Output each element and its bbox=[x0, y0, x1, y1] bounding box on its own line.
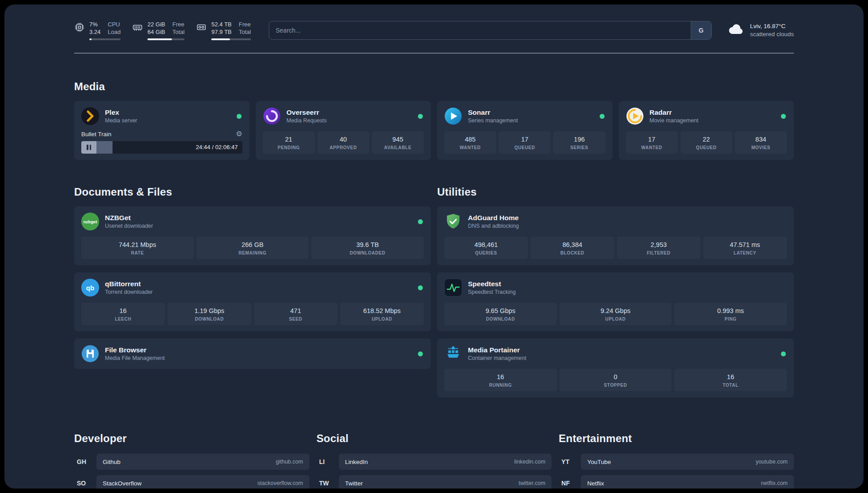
service-card-radarr[interactable]: Radarr Movie management 17 WANTED 22 QUE… bbox=[619, 101, 794, 160]
stat-total: 16 TOTAL bbox=[674, 369, 787, 391]
bookmark-github: GH Github github.com bbox=[74, 454, 309, 470]
memory-progress-fill bbox=[147, 38, 172, 40]
memory-label-1: Free bbox=[172, 21, 184, 28]
service-name: Media Portainer bbox=[468, 346, 775, 355]
status-dot bbox=[781, 351, 786, 356]
service-name: Plex bbox=[105, 108, 231, 117]
status-dot bbox=[418, 114, 423, 119]
disk-widget: 52.4 TB 97.9 TB Free Total bbox=[196, 21, 251, 40]
stat-stopped: 0 STOPPED bbox=[559, 369, 672, 391]
weather-widget[interactable]: Lviv, 16.87°C scattered clouds bbox=[728, 22, 794, 38]
status-dot bbox=[600, 114, 605, 119]
section-title-developer: Developer bbox=[74, 432, 309, 445]
overseerr-icon bbox=[263, 107, 281, 125]
cpu-label-2: Load bbox=[108, 28, 121, 36]
stat-pending: 21 PENDING bbox=[263, 131, 315, 154]
section-title-social: Social bbox=[317, 432, 552, 445]
adguard-icon bbox=[444, 213, 462, 230]
cpu-usage-value: 7% bbox=[89, 21, 100, 28]
service-card-portainer[interactable]: Media Portainer Container management 16 … bbox=[437, 338, 794, 397]
stat-rate: 744.21 Mbps RATE bbox=[81, 237, 194, 259]
bookmark-abbr: GH bbox=[74, 458, 96, 465]
stat-wanted: 17 WANTED bbox=[626, 131, 678, 154]
nzbget-icon: nzbget bbox=[81, 213, 99, 230]
service-card-sonarr[interactable]: Sonarr Series management 485 WANTED 17 Q… bbox=[437, 101, 613, 160]
disk-progress-fill bbox=[211, 38, 230, 40]
cpu-load-value: 3.24 bbox=[89, 28, 100, 36]
plex-now-playing: Bullet Train ⚙ 24:44 / 02:06:47 bbox=[81, 125, 242, 154]
service-desc: Speedtest Tracking bbox=[468, 288, 787, 296]
section-title-media: Media bbox=[74, 80, 794, 93]
disk-progress-bar bbox=[211, 38, 251, 40]
stat-upload: 618.52 Mbps UPLOAD bbox=[340, 303, 424, 325]
stat-remaining: 266 GB REMAINING bbox=[196, 237, 309, 259]
service-desc: Usenet downloader bbox=[105, 222, 412, 230]
radarr-icon bbox=[626, 107, 644, 125]
section-documents: Documents & Files nzbget NZBGet Usenet d… bbox=[74, 186, 431, 397]
cpu-label-1: CPU bbox=[108, 21, 121, 28]
stat-running: 16 RUNNING bbox=[444, 369, 557, 391]
service-card-nzbget[interactable]: nzbget NZBGet Usenet downloader 744.21 M… bbox=[74, 206, 431, 265]
memory-total-value: 64 GiB bbox=[147, 28, 165, 36]
bookmark-link-github[interactable]: Github github.com bbox=[96, 454, 309, 470]
service-card-speedtest[interactable]: Speedtest Speedtest Tracking 9.65 Gbps D… bbox=[437, 272, 794, 331]
stat-downloaded: 39.6 TB DOWNLOADED bbox=[311, 237, 424, 259]
memory-progress-bar bbox=[147, 38, 184, 40]
weather-condition: scattered clouds bbox=[750, 30, 794, 38]
memory-label-2: Total bbox=[172, 28, 184, 36]
service-desc: Media server bbox=[105, 117, 231, 125]
service-name: NZBGet bbox=[105, 213, 412, 222]
service-name: AdGuard Home bbox=[468, 213, 787, 222]
section-title-documents: Documents & Files bbox=[74, 186, 431, 198]
service-desc: DNS and adblocking bbox=[468, 222, 787, 230]
bookmark-link-linkedin[interactable]: LinkedIn linkedin.com bbox=[339, 454, 552, 470]
stat-upload: 9.24 Gbps UPLOAD bbox=[559, 303, 672, 325]
bookmark-link-stackoverflow[interactable]: StackOverflow stackoverflow.com bbox=[96, 475, 309, 489]
cpu-progress-bar bbox=[89, 38, 121, 40]
settings-gear-icon[interactable]: ⚙ bbox=[236, 130, 242, 138]
service-card-plex[interactable]: Plex Media server Bullet Train ⚙ 24:44 /… bbox=[74, 101, 250, 160]
service-card-overseerr[interactable]: Overseerr Media Requests 21 PENDING 40 A… bbox=[256, 101, 431, 160]
cpu-widget: 7% 3.24 CPU Load bbox=[74, 21, 121, 40]
section-title-utilities: Utilities bbox=[437, 186, 794, 198]
stat-queued: 17 QUEUED bbox=[499, 131, 551, 154]
bookmark-link-youtube[interactable]: YouTube youtube.com bbox=[581, 454, 794, 470]
bookmark-abbr: LI bbox=[317, 458, 339, 465]
disk-icon bbox=[196, 22, 207, 33]
service-name: qBittorrent bbox=[105, 280, 412, 288]
status-dot bbox=[418, 285, 423, 290]
bookmark-link-twitter[interactable]: Twitter twitter.com bbox=[339, 475, 552, 489]
stat-blocked: 86,384 BLOCKED bbox=[530, 237, 614, 259]
stat-queued: 22 QUEUED bbox=[680, 131, 732, 154]
memory-free-value: 22 GiB bbox=[147, 21, 165, 28]
now-playing-title: Bullet Train bbox=[81, 131, 112, 138]
status-dot bbox=[418, 351, 423, 356]
stat-filtered: 2,953 FILTERED bbox=[617, 237, 701, 259]
search-provider-button[interactable]: G bbox=[691, 21, 711, 39]
bookmark-group-social: Social LI LinkedIn linkedin.com TW Twitt… bbox=[317, 432, 552, 489]
search-input[interactable] bbox=[269, 21, 690, 39]
cpu-progress-fill bbox=[89, 38, 92, 40]
stat-available: 945 AVAILABLE bbox=[372, 131, 424, 154]
status-dot bbox=[418, 219, 423, 224]
service-card-qbittorrent[interactable]: qb qBittorrent Torrent downloader 16 LEE… bbox=[74, 272, 431, 331]
bookmark-abbr: YT bbox=[559, 458, 581, 465]
pause-button[interactable] bbox=[81, 141, 96, 154]
status-dot bbox=[237, 114, 242, 119]
service-name: Sonarr bbox=[468, 108, 594, 117]
service-name: Speedtest bbox=[468, 280, 787, 288]
playback-progress-bar[interactable]: 24:44 / 02:06:47 bbox=[81, 141, 242, 154]
disk-label-2: Total bbox=[239, 28, 251, 36]
filebrowser-icon bbox=[81, 345, 99, 363]
service-desc: Torrent downloader bbox=[105, 288, 412, 296]
service-card-adguard[interactable]: AdGuard Home DNS and adblocking 498,461 … bbox=[437, 206, 794, 265]
stat-download: 9.65 Gbps DOWNLOAD bbox=[444, 303, 557, 325]
plex-icon bbox=[81, 107, 99, 125]
dashboard: 7% 3.24 CPU Load bbox=[4, 4, 864, 489]
bookmark-link-netflix[interactable]: Netflix netflix.com bbox=[581, 475, 794, 489]
service-desc: Media File Management bbox=[105, 355, 412, 362]
bookmark-linkedin: LI LinkedIn linkedin.com bbox=[317, 454, 552, 470]
cpu-icon bbox=[74, 22, 85, 33]
stat-latency: 47.571 ms LATENCY bbox=[703, 237, 787, 259]
service-card-filebrowser[interactable]: File Browser Media File Management bbox=[74, 338, 431, 369]
